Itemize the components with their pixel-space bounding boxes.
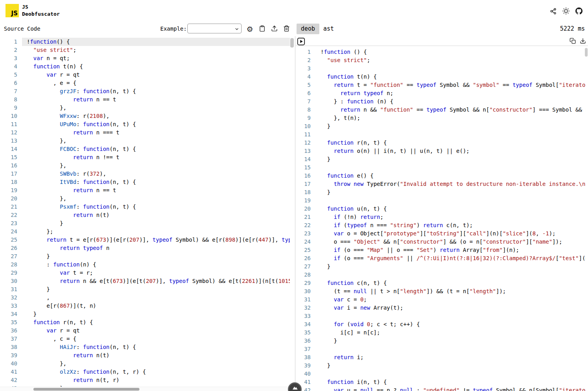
code-line[interactable]: 40	[296, 370, 586, 378]
code-line[interactable]: 33 e[r(867)](t, n)	[0, 302, 290, 310]
code-line[interactable]: 1!function() {	[0, 38, 290, 46]
copy-button[interactable]	[570, 38, 576, 45]
download-button[interactable]	[580, 38, 586, 45]
vertical-scrollbar-thumb[interactable]	[290, 38, 294, 48]
upload-button[interactable]	[269, 24, 279, 34]
code-line[interactable]: 9 }, t(n);	[296, 114, 586, 122]
settings-button[interactable]: ⚙	[245, 24, 255, 34]
code-line[interactable]: 11 UPuMo: function(n, t) {	[0, 120, 290, 128]
code-line[interactable]: 20 },	[0, 195, 290, 203]
code-line[interactable]: 35 i[c] = n[c];	[296, 329, 586, 337]
code-line[interactable]: 23 }	[0, 219, 290, 228]
code-line[interactable]: 11	[296, 130, 586, 139]
code-line[interactable]: 8 return n == t	[0, 95, 290, 104]
share-button[interactable]	[550, 8, 557, 15]
code-line[interactable]: 26 return typeof n	[0, 244, 290, 252]
code-line[interactable]: 7 grzJF: function(n, t) {	[0, 87, 290, 95]
code-line[interactable]: 10 WFxxw: r(2108),	[0, 112, 290, 120]
code-line[interactable]: 9 },	[0, 104, 290, 112]
code-line[interactable]: 19 return n == t	[0, 186, 290, 195]
code-line[interactable]: 20 function u(n, t) {	[296, 205, 586, 213]
code-line[interactable]: 10 }	[296, 122, 586, 130]
code-line[interactable]: 22 return n(t)	[0, 211, 290, 219]
code-line[interactable]: 31 }	[0, 285, 290, 294]
code-line[interactable]: 16 function e() {	[296, 172, 586, 180]
code-line[interactable]: 31 var c = 0;	[296, 296, 586, 304]
paste-button[interactable]	[257, 24, 267, 34]
code-line[interactable]: 32 var i = new Array(t);	[296, 304, 586, 312]
code-line[interactable]: 25 if (o === "Map" || o === "Set") retur…	[296, 246, 586, 254]
code-line[interactable]: 30 (t == null || t > n["length"]) && (t …	[296, 287, 586, 296]
code-line[interactable]: 34 for (void 0; c < t; c++) {	[296, 320, 586, 329]
code-line[interactable]: 8 return n && "function" == typeof Symbo…	[296, 106, 586, 114]
github-button[interactable]	[575, 7, 583, 15]
code-line[interactable]: 36 var r = qt	[0, 327, 290, 335]
code-line[interactable]: 24 };	[0, 228, 290, 236]
code-line[interactable]: 6 return typeof n;	[296, 89, 586, 97]
code-line[interactable]: 23 var o = Object["prototype"]["toString…	[296, 229, 586, 238]
code-line[interactable]: 25 return t = e[r(673)](e[r(207)], typeo…	[0, 236, 290, 244]
code-line[interactable]: 22 if (typeof n === "string") return c(n…	[296, 221, 586, 229]
code-line[interactable]: 14 }	[296, 155, 586, 163]
code-line[interactable]: 19	[296, 196, 586, 205]
code-line[interactable]: 27 }	[0, 252, 290, 261]
code-line[interactable]: 3 var n = qt;	[0, 54, 290, 62]
code-line[interactable]: 12 function r(n, t) {	[296, 139, 586, 147]
code-line[interactable]: 37	[296, 345, 586, 353]
code-line[interactable]: 24 o === "Object" && n["constructor"] &&…	[296, 238, 586, 246]
code-line[interactable]: 6 , e = {	[0, 79, 290, 87]
code-line[interactable]: 30 return n && e[t(673)](e[t(207)], type…	[0, 277, 290, 285]
code-line[interactable]: 21 Psxmf: function(n, t) {	[0, 203, 290, 211]
code-line[interactable]: 4 function t(n) {	[0, 62, 290, 71]
source-editor[interactable]: 1!function() {2 "use strict";3 var n = q…	[0, 36, 295, 391]
tab-ast[interactable]: ast	[319, 24, 338, 34]
code-line[interactable]: 26 if (o === "Arguments" || /^(?:Ui|I)nt…	[296, 254, 586, 263]
code-line[interactable]: 5 return t = "function" == typeof Symbol…	[296, 81, 586, 89]
run-button[interactable]	[297, 37, 305, 46]
code-line[interactable]: 38 HAiJr: function(n, t) {	[0, 343, 290, 351]
code-line[interactable]: 5 var r = qt	[0, 71, 290, 79]
code-line[interactable]: 12 return n === t	[0, 128, 290, 137]
code-line[interactable]: 15 return n !== t	[0, 153, 290, 162]
code-line[interactable]: 2 "use strict";	[0, 46, 290, 54]
code-line[interactable]: 2 "use strict";	[296, 56, 586, 64]
code-line[interactable]: 15	[296, 163, 586, 172]
code-line[interactable]: 34 }	[0, 310, 290, 318]
code-line[interactable]: 37 , c = {	[0, 335, 290, 343]
code-line[interactable]: 42 var u = null == n ? null : "undefined…	[296, 386, 586, 391]
code-line[interactable]: 28	[296, 271, 586, 279]
horizontal-scrollbar-thumb[interactable]	[33, 388, 139, 391]
code-line[interactable]: 14 FCBOC: function(n, t) {	[0, 145, 290, 153]
code-line[interactable]: 27 }	[296, 263, 586, 271]
code-line[interactable]: 39 }	[296, 362, 586, 370]
code-line[interactable]: 18 }	[296, 188, 586, 196]
code-line[interactable]: 36 }	[296, 337, 586, 345]
code-line[interactable]: 42 return n(t, r)	[0, 376, 290, 384]
code-line[interactable]: 7 } : function (n) {	[296, 97, 586, 106]
example-select[interactable]	[187, 24, 242, 33]
code-line[interactable]: 29 function c(n, t) {	[296, 279, 586, 287]
code-line[interactable]: 32 ,	[0, 294, 290, 302]
code-line[interactable]: 41 olzXz: function(n, t, r) {	[0, 368, 290, 376]
code-line[interactable]: 17 SWBvb: r(372),	[0, 170, 290, 178]
code-line[interactable]: 1!function () {	[296, 48, 586, 56]
code-line[interactable]: 4 function t(n) {	[296, 73, 586, 81]
code-line[interactable]: 38 return i;	[296, 353, 586, 362]
tab-deob[interactable]: deob	[297, 24, 319, 34]
theme-toggle-button[interactable]	[562, 7, 570, 15]
code-line[interactable]: 17 throw new TypeError("Invalid attempt …	[296, 180, 586, 188]
horizontal-scrollbar[interactable]	[0, 387, 290, 391]
code-line[interactable]: 13 },	[0, 137, 290, 145]
code-line[interactable]: 29 var t = r;	[0, 269, 290, 277]
code-line[interactable]: 28 : function(n) {	[0, 261, 290, 269]
clear-button[interactable]	[282, 24, 291, 34]
code-line[interactable]: 41 function i(n, t) {	[296, 378, 586, 386]
code-line[interactable]: 3	[296, 64, 586, 73]
code-line[interactable]: 35 function r(n, t) {	[0, 318, 290, 327]
code-line[interactable]: 40 },	[0, 360, 290, 368]
code-line[interactable]: 18 ItVBd: function(n, t) {	[0, 178, 290, 186]
vertical-scrollbar-thumb[interactable]	[585, 48, 588, 57]
code-line[interactable]: 16 },	[0, 162, 290, 170]
output-editor[interactable]: 1!function () {2 "use strict";34 functio…	[296, 36, 588, 391]
code-line[interactable]: 21 if (!n) return;	[296, 213, 586, 221]
